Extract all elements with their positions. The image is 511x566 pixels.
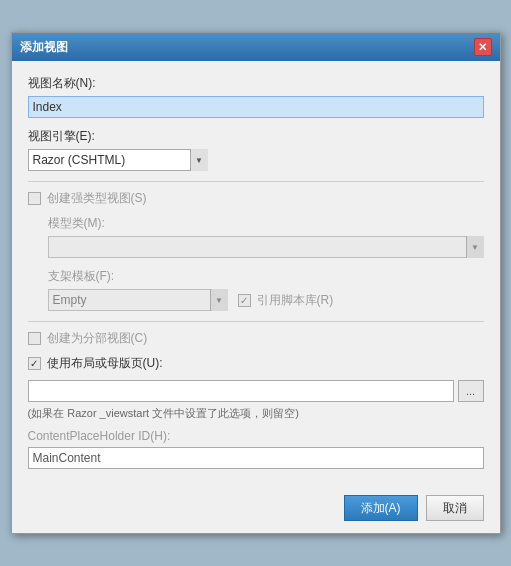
strongly-typed-section: 创建强类型视图(S) bbox=[28, 190, 484, 207]
model-class-select[interactable] bbox=[48, 236, 484, 258]
reference-scripts-label: 引用脚本库(R) bbox=[257, 292, 334, 309]
use-layout-checkbox[interactable]: ✓ bbox=[28, 357, 41, 370]
dialog-title: 添加视图 bbox=[20, 39, 68, 56]
model-class-section: 模型类(M): ▼ 支架模板(F): Empty Create bbox=[28, 215, 484, 311]
reference-scripts-section: ✓ 引用脚本库(R) bbox=[238, 292, 334, 309]
view-engine-select-wrapper: Razor (CSHTML) ASPX ▼ bbox=[28, 149, 208, 171]
view-engine-group: 视图引擎(E): Razor (CSHTML) ASPX ▼ bbox=[28, 128, 484, 171]
layout-path-input[interactable] bbox=[28, 380, 454, 402]
cancel-button[interactable]: 取消 bbox=[426, 495, 484, 521]
scaffold-template-select[interactable]: Empty Create Delete Details Edit List bbox=[48, 289, 228, 311]
view-engine-select[interactable]: Razor (CSHTML) ASPX bbox=[28, 149, 208, 171]
add-view-dialog: 添加视图 ✕ 视图名称(N): 视图引擎(E): Razor (CSHTML) … bbox=[11, 32, 501, 534]
view-name-label: 视图名称(N): bbox=[28, 75, 484, 92]
partial-view-checkbox[interactable] bbox=[28, 332, 41, 345]
dialog-footer: 添加(A) 取消 bbox=[12, 487, 500, 533]
view-name-input[interactable] bbox=[28, 96, 484, 118]
close-button[interactable]: ✕ bbox=[474, 38, 492, 56]
model-class-group: 模型类(M): ▼ bbox=[48, 215, 484, 258]
layout-input-row: ... bbox=[28, 380, 484, 402]
partial-view-section: 创建为分部视图(C) bbox=[28, 330, 484, 347]
strongly-typed-checkbox[interactable] bbox=[28, 192, 41, 205]
scaffold-template-label: 支架模板(F): bbox=[48, 268, 484, 285]
content-placeholder-label: ContentPlaceHolder ID(H): bbox=[28, 429, 484, 443]
model-class-label: 模型类(M): bbox=[48, 215, 484, 232]
title-bar: 添加视图 ✕ bbox=[12, 33, 500, 61]
use-layout-checkbox-row: ✓ 使用布局或母版页(U): bbox=[28, 355, 484, 372]
view-name-group: 视图名称(N): bbox=[28, 75, 484, 118]
scaffold-template-row: Empty Create Delete Details Edit List ▼ … bbox=[48, 289, 484, 311]
view-engine-label: 视图引擎(E): bbox=[28, 128, 484, 145]
content-placeholder-input[interactable] bbox=[28, 447, 484, 469]
strongly-typed-label: 创建强类型视图(S) bbox=[47, 190, 147, 207]
model-class-select-wrapper: ▼ bbox=[48, 236, 484, 258]
scaffold-template-group: 支架模板(F): Empty Create Delete Details Edi… bbox=[48, 268, 484, 311]
reference-scripts-checkbox[interactable]: ✓ bbox=[238, 294, 251, 307]
add-button[interactable]: 添加(A) bbox=[344, 495, 418, 521]
dialog-body: 视图名称(N): 视图引擎(E): Razor (CSHTML) ASPX ▼ … bbox=[12, 61, 500, 487]
divider-1 bbox=[28, 181, 484, 182]
divider-2 bbox=[28, 321, 484, 322]
scaffold-select-wrapper: Empty Create Delete Details Edit List ▼ bbox=[48, 289, 228, 311]
layout-hint-text: (如果在 Razor _viewstart 文件中设置了此选项，则留空) bbox=[28, 406, 484, 421]
use-layout-section: ✓ 使用布局或母版页(U): ... (如果在 Razor _viewstart… bbox=[28, 355, 484, 469]
partial-view-label: 创建为分部视图(C) bbox=[47, 330, 148, 347]
browse-button[interactable]: ... bbox=[458, 380, 484, 402]
use-layout-label: 使用布局或母版页(U): bbox=[47, 355, 163, 372]
